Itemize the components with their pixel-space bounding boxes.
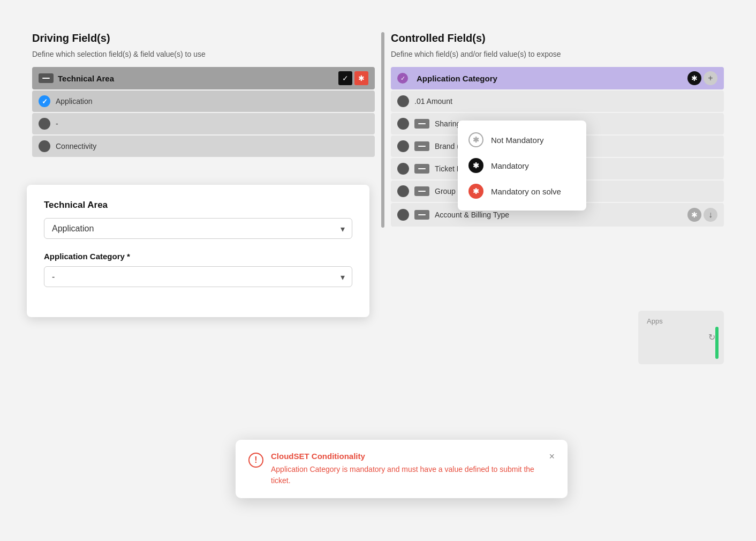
right-bg-label: Apps [647, 317, 663, 325]
technical-area-label: Technical Area [58, 74, 334, 83]
not-mandatory-icon: ✱ [468, 132, 483, 147]
value-row-connectivity[interactable]: Connectivity [32, 136, 375, 157]
controlled-fields-subtitle: Define which field(s) and/or field value… [391, 50, 724, 58]
mandatory-label: Mandatory [491, 161, 529, 170]
alert-body: Application Category is mandatory and mu… [271, 464, 541, 486]
driving-field-header: Technical Area ✓ ✱ [32, 67, 375, 89]
application-check-icon: ✓ [42, 97, 48, 106]
application-indicator: ✓ [39, 95, 50, 107]
amount-indicator [397, 95, 409, 107]
brand-field-icon [414, 141, 429, 151]
ticket-form-field-icon [414, 164, 429, 174]
driving-fields-title: Driving Field(s) [32, 32, 375, 44]
right-background-panel: Apps ↻ [638, 311, 724, 364]
connectivity-label: Connectivity [56, 142, 368, 151]
panels-divider [381, 32, 384, 228]
not-mandatory-option[interactable]: ✱ Not Mandatory [458, 127, 586, 153]
value-row-application[interactable]: ✓ Application [32, 91, 375, 112]
green-bar [715, 327, 719, 359]
amount-label: .01 Amount [414, 97, 717, 106]
alert-title: CloudSET Conditionality [271, 452, 541, 461]
connectivity-indicator [39, 140, 50, 152]
alert-warning-icon: ! [248, 453, 263, 468]
dash-label: - [56, 119, 368, 128]
controlled-plus-button[interactable]: + [704, 71, 717, 85]
driving-star-button[interactable]: ✱ [354, 71, 368, 85]
mandatory-on-solve-option[interactable]: ✱ Mandatory on solve [458, 178, 586, 204]
application-category-select[interactable]: - [44, 266, 352, 287]
group-indicator [397, 185, 409, 197]
application-category-field-label: Application Category * [44, 252, 352, 261]
mandatory-option[interactable]: ✱ Mandatory [458, 153, 586, 178]
application-category-label: Application Category [417, 74, 683, 83]
sharing-field-icon [414, 119, 429, 129]
application-label: Application [56, 97, 368, 106]
alert-content: CloudSET Conditionality Application Cate… [271, 452, 541, 486]
ticket-form-indicator [397, 163, 409, 175]
group-field-icon [414, 186, 429, 196]
controlled-star-button[interactable]: ✱ [687, 71, 701, 85]
dash-indicator [39, 118, 50, 130]
account-billing-actions: ✱ ↓ [687, 208, 717, 222]
account-billing-indicator [397, 209, 409, 221]
mandatory-on-solve-label: Mandatory on solve [491, 187, 561, 196]
application-category-select-wrapper[interactable]: - [44, 266, 352, 287]
mandatory-icon: ✱ [468, 158, 483, 173]
mandatory-on-solve-icon: ✱ [468, 184, 483, 199]
controlled-header-actions: ✱ + [687, 71, 717, 85]
driving-fields-subtitle: Define which selection field(s) & field … [32, 50, 375, 58]
controlled-row-amount[interactable]: .01 Amount [391, 91, 724, 112]
form-panel: Technical Area Application Application C… [27, 185, 369, 317]
account-billing-label: Account & Billing Type [435, 211, 682, 219]
form-technical-area-title: Technical Area [44, 200, 352, 211]
value-row-dash[interactable]: - [32, 113, 375, 134]
account-billing-down-button[interactable]: ↓ [704, 208, 717, 222]
refresh-icon: ↻ [708, 332, 715, 342]
brand-indicator [397, 140, 409, 152]
driving-header-actions: ✓ ✱ [338, 71, 368, 85]
account-billing-field-icon [414, 210, 429, 220]
technical-area-field-icon [39, 73, 54, 83]
technical-area-select[interactable]: Application [44, 218, 352, 239]
alert-close-button[interactable]: × [549, 452, 555, 461]
sharing-indicator [397, 118, 409, 130]
mandatory-dropdown-menu: ✱ Not Mandatory ✱ Mandatory ✱ Mandatory … [458, 121, 586, 211]
alert-toast: ! CloudSET Conditionality Application Ca… [236, 440, 568, 498]
account-billing-star-button[interactable]: ✱ [687, 208, 701, 222]
not-mandatory-label: Not Mandatory [491, 136, 543, 145]
application-category-check-icon: ✓ [397, 73, 408, 84]
controlled-field-header: ✓ Application Category ✱ + [391, 67, 724, 89]
technical-area-select-wrapper[interactable]: Application [44, 218, 352, 239]
driving-check-button[interactable]: ✓ [338, 71, 352, 85]
controlled-fields-title: Controlled Field(s) [391, 32, 724, 44]
